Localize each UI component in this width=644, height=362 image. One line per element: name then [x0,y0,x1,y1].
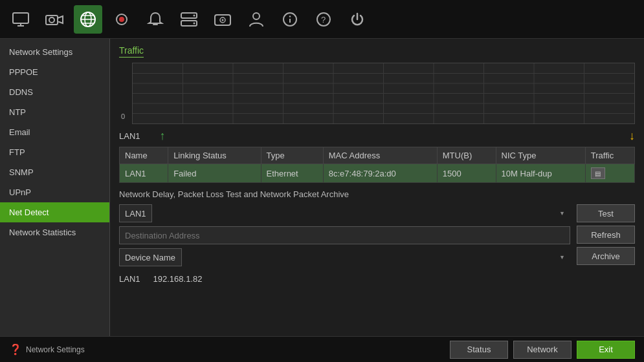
network-icon[interactable] [74,5,102,34]
lan-row: LAN1 ↑ ↓ [119,128,635,147]
cell-mtu: 1500 [437,164,496,183]
cell-traffic: ▤ [585,164,634,183]
svg-point-4 [49,17,54,23]
archive-button[interactable]: Archive [577,247,635,265]
device-name-select-wrapper: Device Name [119,248,570,266]
refresh-button[interactable]: Refresh [577,226,635,244]
upload-arrow-icon: ↑ [160,129,166,143]
svg-point-17 [194,22,195,24]
svg-text:?: ? [321,15,326,25]
sidebar-item-net-detect[interactable]: Net Detect [0,202,109,222]
device-name-row: Device Name [119,248,570,266]
sidebar-item-network-statistics[interactable]: Network Statistics [0,222,109,242]
svg-point-21 [253,13,260,19]
col-mac: MAC Address [323,147,437,164]
traffic-thumbnail-icon: ▤ [591,167,605,179]
record-icon[interactable] [107,5,136,34]
top-navigation: ? [0,0,644,39]
cell-type: Ethernet [261,164,323,183]
result-row: LAN1 192.168.1.82 [119,272,635,286]
svg-point-20 [222,19,224,21]
content-area: Traffic [110,39,644,336]
cell-name: LAN1 [120,164,168,183]
destination-address-input[interactable] [119,226,570,244]
result-lan-label: LAN1 [119,274,140,284]
user-icon[interactable] [242,5,271,34]
sidebar-item-upnp[interactable]: UPnP [0,182,109,202]
sidebar-item-pppoe[interactable]: PPPOE [0,62,109,82]
chart-y-label: 0 [121,112,125,120]
cell-linking-status: Failed [168,164,261,183]
sidebar-item-ftp[interactable]: FTP [0,142,109,162]
cell-mac: 8c:e7:48:79:2a:d0 [323,164,437,183]
power-icon[interactable] [343,5,372,34]
exit-button[interactable]: Exit [577,341,635,359]
hdd-icon[interactable] [208,5,237,34]
test-button[interactable]: Test [577,204,635,222]
sidebar-item-email[interactable]: Email [0,122,109,142]
svg-marker-5 [58,16,63,23]
action-buttons: Test Refresh Archive [577,204,635,265]
info-circle-icon[interactable] [276,5,304,34]
status-button[interactable]: Status [450,341,508,359]
bottom-help-icon: ❓ [9,343,22,356]
sidebar-item-snmp[interactable]: SNMP [0,162,109,182]
select-nic-row: LAN1 [119,204,570,222]
traffic-chart: 0 [132,63,635,124]
col-traffic: Traffic [585,147,634,164]
cell-nic-type: 10M Half-dup [496,164,585,183]
section-title: Traffic [119,45,144,58]
col-mtu: MTU(B) [437,147,496,164]
camera-icon[interactable] [40,5,69,34]
col-nic-type: NIC Type [496,147,585,164]
network-button[interactable]: Network [513,341,572,359]
table-row[interactable]: LAN1 Failed Ethernet 8c:e7:48:79:2a:d0 1… [120,164,635,183]
svg-point-16 [194,14,195,16]
network-table: Name Linking Status Type MAC Address MTU… [119,147,635,183]
svg-point-12 [119,17,124,22]
bottom-info-text: Network Settings [26,345,85,354]
lan-label: LAN1 [119,131,140,141]
device-name-select[interactable]: Device Name [119,248,182,266]
result-ip: 192.168.1.82 [153,274,203,284]
nic-select[interactable]: LAN1 [119,204,152,222]
sidebar: Network Settings PPPOE DDNS NTP Email FT… [0,39,110,336]
help-icon[interactable]: ? [309,5,338,34]
bottom-bar: ❓ Network Settings Status Network Exit [0,336,644,362]
bottom-info: ❓ Network Settings [9,343,445,356]
sidebar-item-network-settings[interactable]: Network Settings [0,42,109,62]
monitor-icon[interactable] [6,5,35,34]
sidebar-item-ddns[interactable]: DDNS [0,82,109,102]
traffic-chart-wrapper: 0 [119,63,635,124]
download-arrow-icon: ↓ [629,129,635,143]
dest-address-row [119,226,570,244]
sidebar-item-ntp[interactable]: NTP [0,102,109,122]
col-name: Name [120,147,168,164]
bell-icon[interactable] [141,5,170,34]
col-linking-status: Linking Status [168,147,261,164]
svg-point-24 [289,16,291,17]
main-layout: Network Settings PPPOE DDNS NTP Email FT… [0,39,644,336]
net-test-title: Network Delay, Packet Loss Test and Netw… [119,189,635,199]
nic-select-wrapper: LAN1 [119,204,570,222]
storage-icon[interactable] [175,5,203,34]
col-type: Type [261,147,323,164]
svg-rect-0 [13,13,28,23]
